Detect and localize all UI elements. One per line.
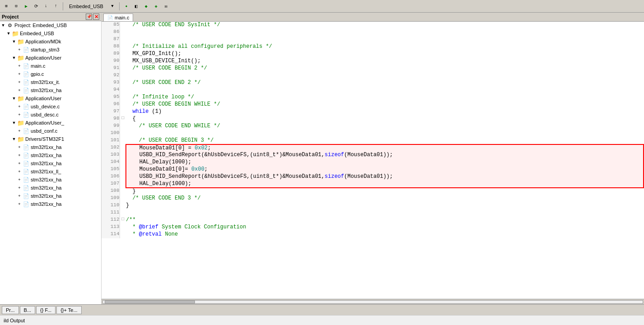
tree-expand-app-user3[interactable]: ▼ bbox=[11, 120, 17, 126]
bottom-tab-te-tab[interactable]: {}+ Te... bbox=[56, 306, 81, 314]
toolbar-icon-5[interactable]: ↓ bbox=[42, 2, 51, 11]
tree-expand-app-user1[interactable]: ▼ bbox=[11, 55, 17, 61]
tree-expand-stm32f1xx-ha8[interactable]: + bbox=[16, 201, 23, 207]
tree-label-project-root: Project: Embeded_USB bbox=[14, 23, 67, 28]
tree-expand-stm32f1xx-ha5[interactable]: + bbox=[16, 176, 23, 183]
hscroll-bar[interactable] bbox=[102, 299, 644, 304]
hscroll-thumb[interactable] bbox=[105, 301, 195, 303]
line-code-99: /* USER CODE END WHILE */ bbox=[126, 123, 644, 130]
bottom-tab-f-tab[interactable]: {} F... bbox=[36, 306, 56, 314]
toolbar-icon-2[interactable]: ⊟ bbox=[12, 2, 21, 11]
tree-expand-embeded-usb[interactable]: ▼ bbox=[5, 30, 12, 37]
tree-item-project-root[interactable]: ▼⚙Project: Embeded_USB bbox=[0, 21, 101, 29]
file-icon-main-c: 📄 bbox=[23, 62, 30, 70]
sidebar-close-btn[interactable]: ✕ bbox=[93, 14, 99, 20]
tree-item-stm32f1xx-ha7[interactable]: +📄stm32f1xx_ha bbox=[0, 192, 101, 200]
tree-item-stm32f1xx-ha[interactable]: +📄stm32f1xx_ha bbox=[0, 86, 101, 94]
line-fold-102 bbox=[120, 144, 126, 152]
tree-expand-project-root[interactable]: ▼ bbox=[0, 22, 6, 28]
line-code-111 bbox=[126, 209, 644, 217]
bottom-tab-b-tab[interactable]: B... bbox=[20, 306, 36, 314]
sidebar-tree[interactable]: ▼⚙Project: Embeded_USB▼📁Embeded_USB▼📁App… bbox=[0, 21, 101, 304]
tree-item-stm32f1xx-ll[interactable]: +📄stm32f1xx_ll_ bbox=[0, 167, 101, 176]
tree-item-usb-device-c[interactable]: +📄usb_device.c bbox=[0, 102, 101, 111]
tree-label-usbd-desc-c: usbd_desc.c bbox=[31, 112, 59, 117]
toolbar-icon-8[interactable]: ⬥ bbox=[122, 2, 131, 11]
tree-item-gpio-c[interactable]: +📄gpio.c bbox=[0, 70, 101, 78]
line-number-93: 93 bbox=[102, 79, 120, 87]
line-fold-85 bbox=[120, 22, 126, 29]
tree-item-app-user1[interactable]: ▼📁Application/User bbox=[0, 54, 101, 62]
code-line-99: 99 /* USER CODE END WHILE */ bbox=[102, 123, 644, 130]
toolbar-icon-4[interactable]: ⟳ bbox=[32, 2, 41, 11]
tree-item-stm32f1xx-ha2[interactable]: +📄stm32f1xx_ha bbox=[0, 143, 101, 151]
line-fold-112[interactable]: □ bbox=[120, 217, 126, 224]
code-table: 85 /* USER CODE END SysInit */868788 /* … bbox=[102, 22, 644, 238]
toolbar-icon-10[interactable]: ◆ bbox=[142, 2, 151, 11]
tree-item-startup-stm3[interactable]: +📄startup_stm3 bbox=[0, 46, 101, 54]
tree-item-app-mdk[interactable]: ▼📁Application/MDk bbox=[0, 37, 101, 46]
tree-expand-stm32f1xx-it[interactable]: + bbox=[16, 79, 23, 85]
hscroll-inner[interactable] bbox=[102, 300, 643, 304]
line-number-108: 108 bbox=[102, 188, 120, 195]
tree-expand-stm32f1xx-ha6[interactable]: + bbox=[16, 185, 23, 191]
tree-item-embeded-usb[interactable]: ▼📁Embeded_USB bbox=[0, 29, 101, 37]
tree-expand-stm32f1xx-ha[interactable]: + bbox=[16, 87, 23, 93]
toolbar-dropdown[interactable]: ▼ bbox=[108, 2, 117, 11]
tree-item-app-user3[interactable]: ▼📁Application/User_ bbox=[0, 119, 101, 127]
line-fold-98[interactable]: □ bbox=[120, 116, 126, 123]
tree-expand-main-c[interactable]: + bbox=[16, 63, 23, 69]
line-code-114: * @retval None bbox=[126, 231, 644, 238]
sidebar: Project 📌 ✕ ▼⚙Project: Embeded_USB▼📁Embe… bbox=[0, 13, 102, 304]
line-code-90: MX_USB_DEVICE_Init(); bbox=[126, 58, 644, 65]
line-code-110: } bbox=[126, 202, 644, 209]
line-number-114: 114 bbox=[102, 231, 120, 238]
code-line-97: 97 while (1) bbox=[102, 108, 644, 116]
tree-expand-app-user2[interactable]: ▼ bbox=[11, 95, 17, 102]
tree-expand-stm32f1xx-ha2[interactable]: + bbox=[16, 144, 23, 150]
tree-item-stm32f1xx-it[interactable]: +📄stm32f1xx_it. bbox=[0, 78, 101, 86]
code-scroll[interactable]: 85 /* USER CODE END SysInit */868788 /* … bbox=[102, 22, 644, 299]
tree-expand-usb-device-c[interactable]: + bbox=[16, 103, 23, 110]
tree-item-stm32f1xx-ha8[interactable]: +📄stm32f1xx_ha bbox=[0, 200, 101, 208]
tree-item-usbd-conf-c[interactable]: +📄usbd_conf.c bbox=[0, 127, 101, 135]
tree-item-stm32f1xx-ha4[interactable]: +📄stm32f1xx_ha bbox=[0, 159, 101, 167]
line-number-109: 109 bbox=[102, 195, 120, 202]
tree-item-app-user2[interactable]: ▼📁Application/User bbox=[0, 94, 101, 102]
tree-item-main-c[interactable]: +📄main.c bbox=[0, 62, 101, 70]
tree-expand-startup-stm3[interactable]: + bbox=[16, 46, 23, 53]
line-code-102: MouseData01[0] = 0x02; bbox=[126, 144, 644, 152]
code-line-86: 86 bbox=[102, 29, 644, 36]
tree-item-stm32f1xx-ha3[interactable]: +📄stm32f1xx_ha bbox=[0, 151, 101, 159]
tree-expand-stm32f1xx-ha4[interactable]: + bbox=[16, 160, 23, 167]
tree-expand-stm32f1xx-ha3[interactable]: + bbox=[16, 152, 23, 158]
bottom-tab-pr-tab[interactable]: Pr... bbox=[2, 306, 19, 314]
tree-expand-drivers-stm32f1[interactable]: ▼ bbox=[11, 136, 17, 142]
tree-item-stm32f1xx-ha6[interactable]: +📄stm32f1xx_ha bbox=[0, 184, 101, 192]
toolbar-icon-11[interactable]: ◈ bbox=[152, 2, 161, 11]
line-fold-100 bbox=[120, 130, 126, 137]
tree-expand-usbd-desc-c[interactable]: + bbox=[16, 111, 23, 118]
tree-label-app-user2: Application/User bbox=[25, 96, 61, 101]
toolbar-icon-9[interactable]: ◧ bbox=[132, 2, 141, 11]
toolbar-icon-3[interactable]: ▶ bbox=[22, 2, 31, 11]
toolbar-icon-1[interactable]: ⊞ bbox=[2, 2, 11, 11]
code-line-112: 112□/** bbox=[102, 217, 644, 224]
tree-expand-stm32f1xx-ha7[interactable]: + bbox=[16, 193, 23, 199]
tree-expand-stm32f1xx-ll[interactable]: + bbox=[16, 168, 23, 175]
tree-item-stm32f1xx-ha5[interactable]: +📄stm32f1xx_ha bbox=[0, 176, 101, 184]
build-output-bar: ild Output bbox=[0, 315, 644, 325]
tree-expand-usbd-conf-c[interactable]: + bbox=[16, 128, 23, 134]
tree-expand-app-mdk[interactable]: ▼ bbox=[11, 38, 17, 45]
code-line-95: 95 /* Infinite loop */ bbox=[102, 94, 644, 101]
tab-main-c-tab[interactable]: 📄main.c bbox=[103, 14, 133, 21]
tree-item-usbd-desc-c[interactable]: +📄usbd_desc.c bbox=[0, 111, 101, 119]
line-number-110: 110 bbox=[102, 202, 120, 209]
tree-label-app-mdk: Application/MDk bbox=[25, 39, 61, 44]
tree-expand-gpio-c[interactable]: + bbox=[16, 71, 23, 77]
toolbar-sep-1 bbox=[63, 2, 63, 10]
sidebar-pin-btn[interactable]: 📌 bbox=[86, 14, 92, 20]
toolbar-icon-12[interactable]: ✉ bbox=[162, 2, 171, 11]
tree-item-drivers-stm32f1[interactable]: ▼📁Drivers/STM32F1 bbox=[0, 135, 101, 143]
toolbar-icon-6[interactable]: ↑ bbox=[51, 2, 60, 11]
